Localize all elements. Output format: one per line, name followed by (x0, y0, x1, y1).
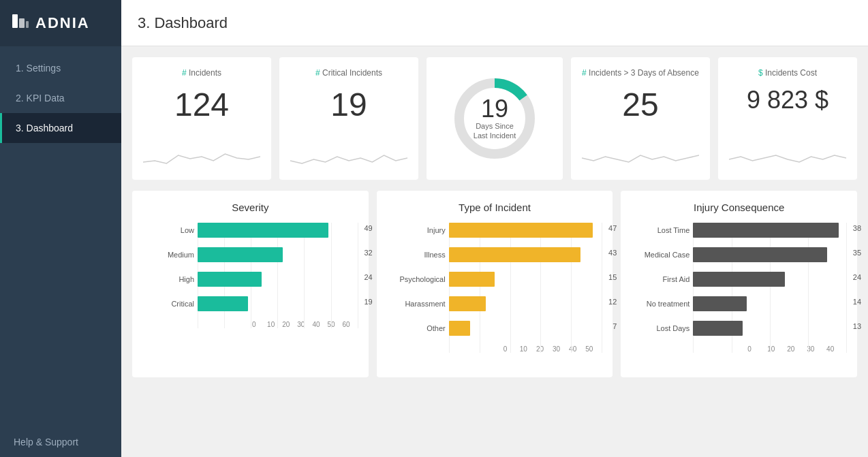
bar-label-critical: Critical (143, 300, 194, 308)
severity-bar-high: High 24 (198, 272, 358, 287)
injury-bar-losttime: Lost Time 38 (693, 223, 846, 238)
kpi-incidents-sparkline (143, 142, 260, 169)
kpi-absence-sparkline (582, 142, 699, 169)
bar-track-medium: 32 (198, 247, 358, 262)
bar-value-notreatment: 14 (853, 298, 861, 306)
bar-fill-lostdays (693, 321, 743, 336)
bar-fill-psychological (449, 272, 495, 287)
page-title: 3. Dashboard (138, 14, 228, 32)
bar-fill-firstaid (693, 272, 785, 287)
severity-bar-critical: Critical 19 (198, 296, 358, 311)
kpi-critical: # Critical Incidents 19 (279, 57, 418, 180)
donut-center: 19 Days Since Last Incident (474, 97, 516, 141)
incident-chart-title: Type of Incident (388, 202, 602, 213)
severity-bar-medium: Medium 32 (198, 247, 358, 262)
bar-label-medcase: Medical Case (632, 251, 689, 259)
svg-rect-1 (19, 18, 25, 28)
incident-chart-card: Type of Incident Injury 47 (377, 191, 613, 377)
kpi-cost-title: $ Incidents Cost (758, 68, 817, 78)
bar-value-losttime: 38 (853, 224, 861, 232)
bar-label-high: High (143, 275, 194, 283)
kpi-incidents-title: # Incidents (182, 68, 221, 78)
sidebar-item-dashboard[interactable]: 3. Dashboard (0, 113, 121, 143)
logo-icon (11, 12, 30, 35)
x-label-40: 40 (312, 321, 327, 328)
kpi-cost: $ Incidents Cost 9 823 $ (718, 57, 857, 180)
bar-fill-low (198, 223, 328, 238)
sidebar-item-help[interactable]: Help & Support (0, 427, 121, 457)
severity-x-axis: 0 10 20 30 40 50 60 (198, 321, 358, 328)
severity-bar-low: Low 49 (198, 223, 358, 238)
severity-chart-card: Severity Low (132, 191, 369, 377)
bar-fill-harassment (449, 296, 486, 311)
injury-chart-title: Injury Consequence (632, 202, 846, 213)
bar-label-psychological: Psychological (388, 275, 446, 283)
kpi-critical-title: # Critical Incidents (315, 68, 382, 78)
bar-label-injury: Injury (388, 226, 446, 234)
kpi-cost-value: 9 823 $ (747, 86, 828, 114)
kpi-critical-sparkline (290, 142, 407, 169)
x-label-60: 60 (343, 321, 358, 328)
bar-track-harassment: 12 (449, 296, 602, 311)
bar-value-injury: 47 (608, 224, 617, 232)
bar-track-high: 24 (198, 272, 358, 287)
charts-row: Severity Low (132, 191, 857, 377)
bar-value-firstaid: 24 (853, 273, 861, 281)
bar-track-losttime: 38 (693, 223, 846, 238)
injury-bar-medcase: Medical Case 35 (693, 247, 846, 262)
x-label-50: 50 (327, 321, 342, 328)
sidebar-logo: ADNIA (0, 0, 121, 46)
bar-fill-illness (449, 247, 580, 262)
injury-bar-lostdays: Lost Days 13 (693, 321, 846, 336)
donut-label: Days Since Last Incident (474, 121, 516, 141)
bar-label-other: Other (388, 324, 446, 332)
bar-fill-injury (449, 223, 593, 238)
bar-track-low: 49 (198, 223, 358, 238)
injury-bar-notreatment: No treatment 14 (693, 296, 846, 311)
kpi-absence-value: 25 (622, 86, 658, 123)
bar-fill-losttime (693, 223, 838, 238)
bar-value-other: 7 (613, 322, 617, 330)
bar-track-injury: 47 (449, 223, 602, 238)
bar-track-psychological: 15 (449, 272, 602, 287)
incident-bar-psychological: Psychological 15 (449, 272, 602, 287)
bar-track-critical: 19 (198, 296, 358, 311)
dashboard-body: # Incidents 124 # Critical Incidents 19 (121, 46, 868, 457)
x-label-10: 10 (267, 321, 282, 328)
bar-value-low: 49 (364, 224, 372, 232)
donut-number: 19 (474, 97, 516, 121)
bar-value-critical: 19 (364, 298, 372, 306)
sidebar: ADNIA 1. Settings 2. KPI Data 3. Dashboa… (0, 0, 121, 457)
bar-label-notreatment: No treatment (632, 300, 689, 308)
injury-chart-card: Injury Consequence Lost Time 38 (621, 191, 857, 377)
x-label-0: 0 (252, 321, 267, 328)
bar-track-lostdays: 13 (693, 321, 846, 336)
bar-track-notreatment: 14 (693, 296, 846, 311)
svg-rect-2 (26, 21, 29, 28)
donut-chart: 19 Days Since Last Incident (450, 74, 539, 163)
x-label-20: 20 (282, 321, 297, 328)
bar-track-illness: 43 (449, 247, 602, 262)
bar-value-illness: 43 (608, 249, 617, 257)
bar-track-firstaid: 24 (693, 272, 846, 287)
bar-label-illness: Illness (388, 251, 446, 259)
bar-label-medium: Medium (143, 251, 194, 259)
incident-bar-injury: Injury 47 (449, 223, 602, 238)
kpi-critical-value: 19 (330, 86, 367, 123)
bar-fill-medcase (693, 247, 827, 262)
bar-value-medium: 32 (364, 249, 372, 257)
sidebar-item-kpi-data[interactable]: 2. KPI Data (0, 83, 121, 113)
sidebar-navigation: 1. Settings 2. KPI Data 3. Dashboard (0, 46, 121, 427)
bar-value-psychological: 15 (608, 273, 617, 281)
bar-track-medcase: 35 (693, 247, 846, 262)
incident-bar-harassment: Harassment 12 (449, 296, 602, 311)
incident-x-axis: 0 10 20 30 40 50 (449, 345, 602, 353)
injury-x-axis: 0 10 20 30 40 (693, 345, 846, 353)
kpi-absence: # Incidents > 3 Days of Absence 25 (571, 57, 710, 180)
bar-fill-high (198, 272, 262, 287)
severity-chart-title: Severity (143, 202, 358, 213)
kpi-absence-title: # Incidents > 3 Days of Absence (582, 68, 699, 78)
sidebar-item-settings[interactable]: 1. Settings (0, 53, 121, 83)
bar-value-lostdays: 13 (853, 322, 861, 330)
bar-value-medcase: 35 (853, 249, 861, 257)
